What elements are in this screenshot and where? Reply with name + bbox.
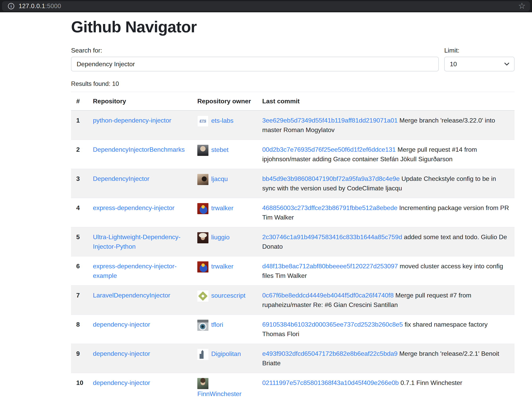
browser-chrome: i 127.0.0.1:5000 ☆ bbox=[0, 0, 532, 12]
repo-link[interactable]: express-dependency-injector bbox=[93, 204, 175, 211]
header-index: # bbox=[71, 92, 88, 111]
owner-link[interactable]: trwalker bbox=[211, 263, 234, 270]
search-input[interactable] bbox=[71, 57, 439, 71]
row-index: 3 bbox=[71, 169, 88, 198]
owner-link[interactable]: ets-labs bbox=[211, 117, 234, 124]
commit-hash-link[interactable]: 0c67f6be8eddcd4449eb4044f5df0ca26f4740f8 bbox=[262, 292, 394, 299]
commit-hash-link[interactable]: e493f9032dfcd65047172b682e8b6eaf22c5bda9 bbox=[262, 350, 398, 357]
row-index: 9 bbox=[71, 344, 88, 373]
owner-link[interactable]: ljacqu bbox=[211, 175, 228, 183]
chevron-down-icon bbox=[504, 62, 509, 66]
table-header-row: # Repository Repository owner Last commi… bbox=[71, 92, 514, 111]
owner-avatar bbox=[197, 349, 209, 360]
limit-select[interactable]: 10 bbox=[444, 57, 514, 71]
limit-label: Limit: bbox=[444, 46, 514, 55]
table-row: 8 dependency-injector tflori 69105384b61… bbox=[71, 315, 514, 344]
results-summary: Results found: 10 bbox=[71, 79, 514, 88]
search-form: Search for: Limit: 10 bbox=[71, 46, 514, 71]
table-row: 7 LaravelDependencyInjector sourcescript… bbox=[71, 286, 514, 315]
table-row: 2 DependencyInjectorBenchmarks stebet 00… bbox=[71, 140, 514, 169]
url-port: :5000 bbox=[45, 3, 61, 10]
owner-avatar bbox=[197, 320, 209, 331]
commit-message: 0.7.1 Finn Winchester bbox=[400, 379, 462, 386]
row-index: 8 bbox=[71, 315, 88, 344]
row-index: 10 bbox=[71, 373, 88, 399]
row-index: 4 bbox=[71, 198, 88, 227]
info-icon[interactable]: i bbox=[8, 3, 14, 9]
owner-link[interactable]: trwalker bbox=[211, 204, 234, 212]
repo-link[interactable]: dependency-injector bbox=[93, 321, 150, 328]
row-index: 7 bbox=[71, 286, 88, 315]
owner-avatar bbox=[197, 232, 209, 243]
owner-avatar bbox=[197, 174, 209, 185]
owner-link[interactable]: stebet bbox=[211, 146, 228, 153]
owner-avatar bbox=[197, 203, 209, 214]
owner-avatar bbox=[197, 378, 209, 389]
table-row: 3 DependencyInjector ljacqu bb45d9e3b986… bbox=[71, 169, 514, 198]
commit-hash-link[interactable]: 00d2b3c7e76935d76f25ee50f6d1f2ef6ddce131 bbox=[262, 146, 396, 153]
owner-link[interactable]: FinnWinchester bbox=[197, 390, 241, 397]
commit-hash-link[interactable]: 69105384b61032d000365ee737cd2523b260c8e5 bbox=[262, 321, 403, 328]
page-content: Github Navigator Search for: Limit: 10 R… bbox=[71, 18, 514, 399]
commit-hash-link[interactable]: 02111997e57c85801368f43a10d45f409e266e0b bbox=[262, 379, 399, 386]
row-index: 1 bbox=[71, 110, 88, 140]
owner-link[interactable]: tflori bbox=[211, 321, 223, 328]
row-index: 5 bbox=[71, 227, 88, 256]
repo-link[interactable]: express-dependency-injector-example bbox=[93, 263, 177, 279]
table-row: 6 express-dependency-injector-example tr… bbox=[71, 256, 514, 286]
owner-avatar bbox=[197, 261, 209, 272]
header-repository-owner: Repository owner bbox=[192, 92, 257, 111]
owner-avatar bbox=[197, 145, 209, 156]
avatar-logo-text: ETS bbox=[197, 116, 208, 127]
commit-hash-link[interactable]: 468856003c273dffce23b86791fbbe512a8ebede bbox=[262, 204, 397, 211]
url-host: 127.0.0.1 bbox=[19, 3, 45, 10]
row-index: 6 bbox=[71, 256, 88, 286]
owner-avatar bbox=[197, 290, 209, 302]
table-row: 10 dependency-injector FinnWinchester 02… bbox=[71, 373, 514, 399]
header-repository: Repository bbox=[88, 92, 192, 111]
results-table: # Repository Repository owner Last commi… bbox=[71, 92, 514, 399]
commit-hash-link[interactable]: bb45d9e3b98608047190bf72a95fa9a37d8c4e9e bbox=[262, 175, 399, 182]
table-row: 1 python-dependency-injector ETSets-labs… bbox=[71, 110, 514, 140]
repo-link[interactable]: LaravelDependencyInjector bbox=[93, 292, 170, 299]
owner-avatar: ETS bbox=[197, 116, 209, 127]
page-title: Github Navigator bbox=[71, 18, 514, 36]
repo-link[interactable]: DependencyInjector bbox=[93, 175, 150, 182]
search-label: Search for: bbox=[71, 46, 439, 55]
repo-link[interactable]: dependency-injector bbox=[93, 350, 150, 357]
commit-hash-link[interactable]: 3ee629eb5d7349d55f41b119aff81dd219071a01 bbox=[262, 117, 398, 124]
table-row: 4 express-dependency-injector trwalker 4… bbox=[71, 198, 514, 227]
table-row: 9 dependency-injector Digipolitan e493f9… bbox=[71, 344, 514, 373]
owner-link[interactable]: liuggio bbox=[211, 233, 230, 241]
repo-link[interactable]: Ultra-Lightweight-Dependency-Injector-Py… bbox=[93, 233, 180, 250]
bookmark-star-icon[interactable]: ☆ bbox=[518, 2, 526, 10]
url-text: 127.0.0.1:5000 bbox=[19, 3, 61, 10]
table-row: 5 Ultra-Lightweight-Dependency-Injector-… bbox=[71, 227, 514, 256]
owner-link[interactable]: Digipolitan bbox=[211, 350, 241, 357]
repo-link[interactable]: DependencyInjectorBenchmarks bbox=[93, 146, 185, 153]
owner-link[interactable]: sourcescript bbox=[211, 292, 246, 299]
row-index: 2 bbox=[71, 140, 88, 169]
repo-link[interactable]: dependency-injector bbox=[93, 379, 150, 386]
commit-hash-link[interactable]: d48f13be8ac712abf80bbeeee5f120227d253097 bbox=[262, 263, 398, 270]
limit-selected-value: 10 bbox=[450, 61, 457, 68]
commit-hash-link[interactable]: 2c30746c1a91b4947583416c833b1644a85c759d bbox=[262, 233, 402, 240]
repo-link[interactable]: python-dependency-injector bbox=[93, 117, 171, 124]
header-last-commit: Last commit bbox=[257, 92, 514, 111]
address-bar[interactable]: i 127.0.0.1:5000 ☆ bbox=[2, 1, 530, 11]
